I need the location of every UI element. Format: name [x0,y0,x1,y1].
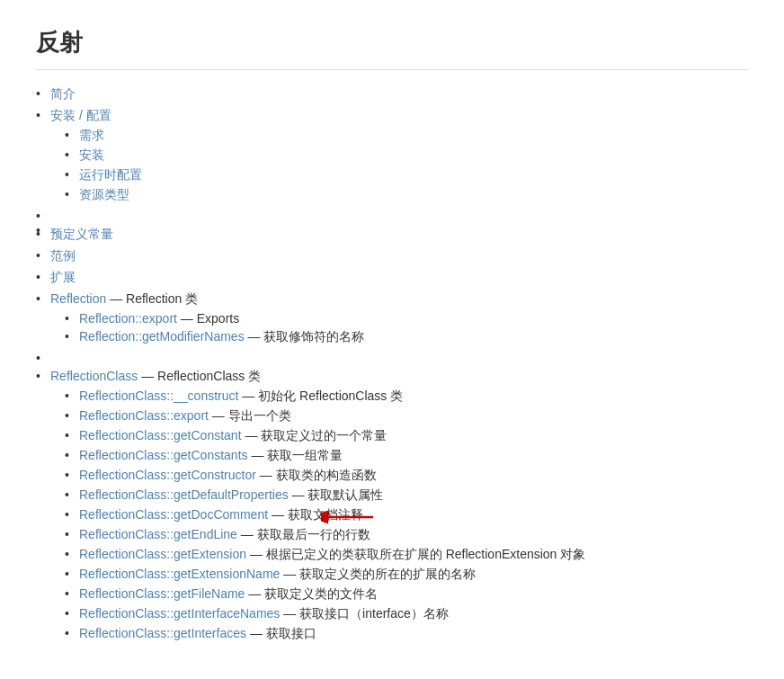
list-item-rc-getextensionname: ReflectionClass::getExtensionName — 获取定义… [65,567,748,583]
link-rc-getdefaultproperties[interactable]: ReflectionClass::getDefaultProperties [79,487,289,502]
list-item-rc-getfilename: ReflectionClass::getFileName — 获取定义类的文件名 [65,586,748,603]
main-nav-list: 简介 安装 / 配置 需求 安装 运行时配置 资源类型 [36,86,748,642]
link-install[interactable]: 安装 / 配置 [50,108,111,122]
list-item-requirements: 需求 [65,128,748,144]
divider [36,69,748,70]
sub-list-reflection: Reflection::export — Exports Reflection:… [65,311,748,345]
gap1 [36,209,748,218]
list-item-examples: 范例 [36,248,748,264]
link-runtime[interactable]: 运行时配置 [79,167,142,182]
list-item-runtime: 运行时配置 [65,167,748,183]
link-rc-getconstructor[interactable]: ReflectionClass::getConstructor [79,468,256,482]
rc-getconstructor-suffix: — 获取类的构造函数 [260,468,377,482]
list-item-constants: 预定义常量 [36,227,748,243]
list-item-rc-getconstructor: ReflectionClass::getConstructor — 获取类的构造… [65,468,748,484]
list-item-rc-getdoccomment: ReflectionClass::getDocComment — 获取文档注释 [65,507,748,523]
list-item-reflection-getmodifiernames: Reflection::getModifierNames — 获取修饰符的名称 [65,329,748,345]
link-reflection-getmodifiernames[interactable]: Reflection::getModifierNames [79,329,245,344]
link-reflection-export[interactable]: Reflection::export [79,311,177,326]
list-item-rc-getdefaultproperties: ReflectionClass::getDefaultProperties — … [65,487,748,504]
link-rc-construct[interactable]: ReflectionClass::__construct [79,389,238,403]
reflection-getmodifiernames-suffix: — 获取修饰符的名称 [248,329,365,344]
page-title: 反射 [36,27,748,58]
link-rc-getinterfaces[interactable]: ReflectionClass::getInterfaces [79,626,246,640]
link-rc-getextension[interactable]: ReflectionClass::getExtension [79,547,246,561]
link-examples[interactable]: 范例 [50,248,76,263]
list-item-extend: 扩展 [36,270,748,286]
page-container: 反射 简介 安装 / 配置 需求 安装 运行时配置 资源类型 [0,0,784,679]
link-rc-getextensionname[interactable]: ReflectionClass::getExtensionName [79,567,280,581]
list-item-rc-construct: ReflectionClass::__construct — 初始化 Refle… [65,389,748,405]
link-rc-getconstant[interactable]: ReflectionClass::getConstant [79,428,242,442]
link-resource[interactable]: 资源类型 [79,187,129,201]
link-rc-getconstants[interactable]: ReflectionClass::getConstants [79,448,248,462]
sub-list-install: 需求 安装 运行时配置 资源类型 [65,128,748,203]
reflection-suffix: — Reflection 类 [110,291,198,306]
reflectionclass-suffix: — ReflectionClass 类 [141,369,261,383]
rc-getextensionname-suffix: — 获取定义类的所在的扩展的名称 [283,567,476,581]
list-item-reflectionclass: ReflectionClass — ReflectionClass 类 Refl… [36,369,748,642]
list-item-resource: 资源类型 [65,187,748,203]
link-requirements[interactable]: 需求 [79,128,104,142]
list-item-setup: 安装 [65,147,748,164]
gap2 [36,351,748,360]
rc-getdefaultproperties-suffix: — 获取默认属性 [292,487,384,502]
link-reflection[interactable]: Reflection [50,291,106,306]
list-item-rc-getinterfacenames: ReflectionClass::getInterfaceNames — 获取接… [65,606,748,622]
rc-getinterfacenames-suffix: — 获取接口（interface）名称 [283,606,449,621]
rc-getinterfaces-suffix: — 获取接口 [250,626,316,640]
list-item-rc-getconstants: ReflectionClass::getConstants — 获取一组常量 [65,448,748,464]
list-item-install: 安装 / 配置 需求 安装 运行时配置 资源类型 [36,108,748,203]
link-rc-export[interactable]: ReflectionClass::export [79,408,209,423]
link-extend[interactable]: 扩展 [50,270,76,284]
list-item-reflection: Reflection — Reflection 类 Reflection::ex… [36,291,748,345]
rc-getconstants-suffix: — 获取一组常量 [251,448,343,462]
rc-getconstant-suffix: — 获取定义过的一个常量 [245,428,387,442]
rc-getextension-suffix: — 根据已定义的类获取所在扩展的 ReflectionExtension 对象 [250,547,585,561]
rc-construct-suffix: — 初始化 ReflectionClass 类 [242,389,403,403]
rc-getendline-suffix: — 获取最后一行的行数 [241,527,370,541]
link-rc-getendline[interactable]: ReflectionClass::getEndLine [79,527,237,541]
link-rc-getinterfacenames[interactable]: ReflectionClass::getInterfaceNames [79,606,280,621]
list-item-rc-getendline: ReflectionClass::getEndLine — 获取最后一行的行数 [65,527,748,543]
list-item-rc-getextension: ReflectionClass::getExtension — 根据已定义的类获… [65,547,748,563]
link-rc-getfilename[interactable]: ReflectionClass::getFileName [79,586,245,601]
list-item-intro: 简介 [36,86,748,103]
link-reflectionclass[interactable]: ReflectionClass [50,369,138,383]
link-rc-getdoccomment[interactable]: ReflectionClass::getDocComment [79,507,268,522]
list-item-rc-getconstant: ReflectionClass::getConstant — 获取定义过的一个常… [65,428,748,444]
link-setup[interactable]: 安装 [79,147,104,162]
rc-export-suffix: — 导出一个类 [212,408,291,423]
link-constants[interactable]: 预定义常量 [50,227,113,241]
rc-getfilename-suffix: — 获取定义类的文件名 [248,586,378,601]
list-item-rc-export: ReflectionClass::export — 导出一个类 [65,408,748,424]
reflection-export-suffix: — Exports [181,311,239,326]
list-item-reflection-export: Reflection::export — Exports [65,311,748,326]
sub-list-reflectionclass: ReflectionClass::__construct — 初始化 Refle… [65,389,748,642]
list-item-rc-getinterfaces: ReflectionClass::getInterfaces — 获取接口 [65,626,748,642]
link-intro[interactable]: 简介 [50,86,76,101]
red-arrow-icon [321,508,375,526]
